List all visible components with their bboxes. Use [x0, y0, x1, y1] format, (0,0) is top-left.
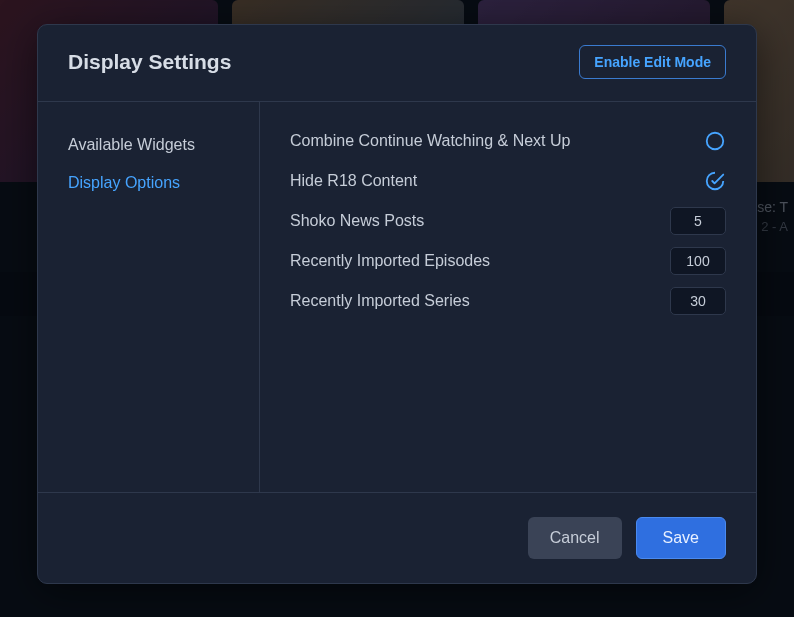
circle-unchecked-icon[interactable] — [704, 130, 726, 152]
option-label: Combine Continue Watching & Next Up — [290, 132, 570, 150]
settings-content: Combine Continue Watching & Next Up Hide… — [260, 102, 756, 492]
modal-header: Display Settings Enable Edit Mode — [38, 25, 756, 101]
sidebar-item-available-widgets[interactable]: Available Widgets — [38, 126, 259, 164]
svg-point-0 — [707, 133, 724, 150]
modal-footer: Cancel Save — [38, 493, 756, 583]
option-row-imported-episodes: Recently Imported Episodes — [290, 246, 726, 276]
display-settings-modal: Display Settings Enable Edit Mode Availa… — [37, 24, 757, 584]
sidebar-item-display-options[interactable]: Display Options — [38, 164, 259, 202]
news-posts-input[interactable] — [670, 207, 726, 235]
sidebar-item-label: Available Widgets — [68, 136, 195, 153]
settings-sidebar: Available Widgets Display Options — [38, 102, 260, 492]
enable-edit-mode-button[interactable]: Enable Edit Mode — [579, 45, 726, 79]
option-label: Hide R18 Content — [290, 172, 417, 190]
cancel-button[interactable]: Cancel — [528, 517, 622, 559]
modal-title: Display Settings — [68, 50, 231, 74]
sidebar-item-label: Display Options — [68, 174, 180, 191]
imported-episodes-input[interactable] — [670, 247, 726, 275]
option-row-combine: Combine Continue Watching & Next Up — [290, 126, 726, 156]
option-row-news-posts: Shoko News Posts — [290, 206, 726, 236]
option-label: Recently Imported Series — [290, 292, 470, 310]
option-row-imported-series: Recently Imported Series — [290, 286, 726, 316]
option-label: Recently Imported Episodes — [290, 252, 490, 270]
option-row-hide-r18: Hide R18 Content — [290, 166, 726, 196]
modal-body: Available Widgets Display Options Combin… — [38, 101, 756, 493]
imported-series-input[interactable] — [670, 287, 726, 315]
save-button[interactable]: Save — [636, 517, 726, 559]
circle-checked-icon[interactable] — [704, 170, 726, 192]
option-label: Shoko News Posts — [290, 212, 424, 230]
